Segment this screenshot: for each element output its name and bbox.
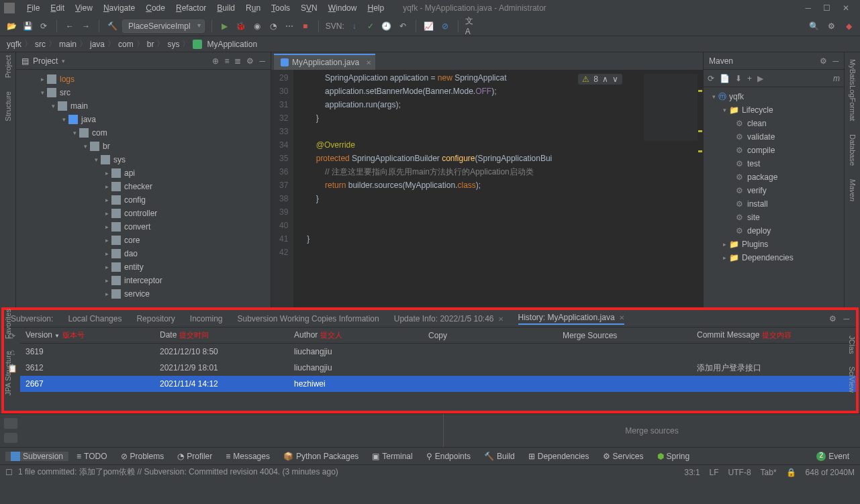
tree-item[interactable]: ▾sys (16, 153, 271, 166)
maven-m-icon[interactable]: m (833, 74, 840, 83)
bt-event[interactable]: 2Event (811, 452, 855, 461)
left-tab-favorites[interactable]: Favorites (4, 309, 12, 339)
search-icon[interactable]: 🔍 (808, 20, 820, 32)
status-indent[interactable]: Tab* (761, 468, 777, 477)
settings-icon[interactable]: ⚙ (825, 20, 837, 32)
tree-item[interactable]: ▸service (16, 287, 271, 301)
svn-revert-icon[interactable]: ↶ (397, 20, 409, 32)
right-tab-2[interactable]: Maven (849, 179, 857, 201)
stop-profile-icon[interactable]: ⊘ (439, 20, 451, 32)
forward-icon[interactable]: → (80, 20, 92, 32)
save-icon[interactable]: 💾 (21, 20, 34, 32)
bt-todo[interactable]: ≡TODO (71, 452, 112, 461)
crumb-3[interactable]: java (90, 40, 105, 49)
maven-deps[interactable]: ▸📁Dependencies (704, 251, 844, 264)
svn-panel-settings-icon[interactable]: ⚙ (829, 314, 837, 323)
graph-icon[interactable]: 📈 (423, 20, 435, 32)
inspection-up-icon[interactable]: ∧ (602, 74, 608, 84)
refresh-icon[interactable]: ⟳ (38, 20, 50, 32)
status-position[interactable]: 33:1 (684, 468, 700, 477)
tree-item[interactable]: ▸convert (16, 220, 271, 234)
maven-generate-icon[interactable]: 📄 (720, 74, 730, 83)
translate-icon[interactable]: 文A (465, 20, 477, 32)
maven-add-icon[interactable]: + (747, 74, 752, 83)
crumb-4[interactable]: com (118, 40, 134, 49)
svn-tab-incoming[interactable]: Incoming (190, 314, 223, 323)
minimap[interactable] (644, 74, 698, 141)
menu-tools[interactable]: Tools (266, 3, 295, 13)
maven-reload-icon[interactable]: ⟳ (708, 74, 714, 83)
th-merge[interactable]: Merge Sources (557, 331, 691, 340)
collapse-all-icon[interactable]: ≣ (234, 56, 241, 66)
svn-panel-hide-icon[interactable]: ─ (843, 314, 849, 323)
back-icon[interactable]: ← (64, 20, 76, 32)
maven-goal[interactable]: ⚙compile (704, 144, 844, 157)
svn-tab-repo[interactable]: Repository (136, 314, 175, 323)
crumb-7[interactable]: MyApplication (207, 40, 257, 49)
menu-svn[interactable]: SVN (295, 3, 323, 13)
right-tab-4[interactable]: SciView (848, 366, 856, 393)
tree-item[interactable]: ▾java (16, 113, 271, 126)
build-icon[interactable]: 🔨 (106, 20, 118, 32)
status-windows-icon[interactable]: ☐ (5, 468, 13, 477)
maximize-icon[interactable]: ☐ (823, 3, 830, 13)
crumb-0[interactable]: yqfk (7, 40, 21, 49)
history-row[interactable]: 26672021/11/4 14:12hezhiwei (20, 376, 856, 392)
svn-history-icon[interactable]: 🕘 (381, 20, 393, 32)
crumb-1[interactable]: src (35, 40, 46, 49)
maven-plugins[interactable]: ▸📁Plugins (704, 238, 844, 251)
tree-item[interactable]: ▸logs (16, 72, 271, 86)
history-row[interactable]: 36122021/12/9 18:01liuchangjiu添加用户登录接口 (20, 360, 856, 376)
open-icon[interactable]: 📂 (5, 20, 17, 32)
maven-download-icon[interactable]: ⬇ (735, 74, 742, 83)
bt-dependencies[interactable]: ⊞Dependencies (523, 452, 595, 461)
tree-item[interactable]: ▸api (16, 166, 271, 180)
crumb-2[interactable]: main (59, 40, 77, 49)
status-encoding[interactable]: UTF-8 (728, 468, 751, 477)
th-copy[interactable]: Copy (423, 331, 557, 340)
bt-python[interactable]: 📦Python Packages (278, 452, 364, 461)
maven-run-icon[interactable]: ▶ (757, 74, 763, 83)
bt-messages[interactable]: ≡Messages (220, 452, 275, 461)
menu-refactor[interactable]: Refactor (171, 3, 211, 13)
left-tab-project[interactable]: Project (4, 55, 12, 78)
inspection-badge[interactable]: ⚠ 8 ∧ ∨ (578, 74, 622, 85)
debug-icon[interactable]: 🐞 (235, 20, 247, 32)
project-dropdown-icon[interactable]: ▾ (62, 58, 65, 64)
coverage-icon[interactable]: ◉ (251, 20, 263, 32)
tab-close-icon[interactable]: ✕ (366, 59, 371, 66)
minimize-icon[interactable]: ─ (805, 3, 811, 13)
menu-navigate[interactable]: Navigate (98, 3, 140, 13)
menu-file[interactable]: File (21, 3, 45, 13)
menu-code[interactable]: Code (140, 3, 171, 13)
bt-endpoints[interactable]: ⚲Endpoints (421, 452, 476, 461)
maven-root[interactable]: ▾ⓜyqfk (704, 90, 844, 103)
tab-close-icon[interactable]: ✕ (619, 314, 624, 321)
menu-window[interactable]: Window (323, 3, 363, 13)
bt-subversion[interactable]: Subversion (5, 452, 68, 461)
history-row[interactable]: 36192021/12/10 8:50liuchangjiu (20, 344, 856, 360)
left-tab-structure[interactable]: Structure (4, 91, 12, 121)
menu-help[interactable]: Help (362, 3, 389, 13)
tree-item[interactable]: ▸checker (16, 180, 271, 193)
right-tab-1[interactable]: Database (849, 134, 857, 166)
tree-item[interactable]: ▸dao (16, 247, 271, 260)
menu-build[interactable]: Build (211, 3, 240, 13)
tree-item[interactable]: ▾src (16, 86, 271, 99)
logo-icon[interactable]: ◆ (843, 20, 855, 32)
code-editor[interactable]: 2930313233343536373839404142 SpringAppli… (271, 70, 703, 307)
maven-goal[interactable]: ⚙deploy (704, 224, 844, 238)
tree-item[interactable]: ▸config (16, 193, 271, 207)
lock-icon[interactable]: 🔒 (786, 468, 796, 477)
close-icon[interactable]: ✕ (843, 3, 849, 13)
status-memory[interactable]: 648 of 2040M (806, 468, 855, 477)
maven-goal[interactable]: ⚙clean (704, 117, 844, 130)
status-line-ending[interactable]: LF (710, 468, 719, 477)
maven-goal[interactable]: ⚙site (704, 211, 844, 224)
bt-services[interactable]: ⚙Services (598, 452, 649, 461)
crumb-5[interactable]: br (147, 40, 154, 49)
menu-view[interactable]: View (70, 3, 98, 13)
tree-item[interactable]: ▸entity (16, 260, 271, 274)
maven-goal[interactable]: ⚙test (704, 157, 844, 170)
svn-commit-icon[interactable]: ✓ (365, 20, 377, 32)
